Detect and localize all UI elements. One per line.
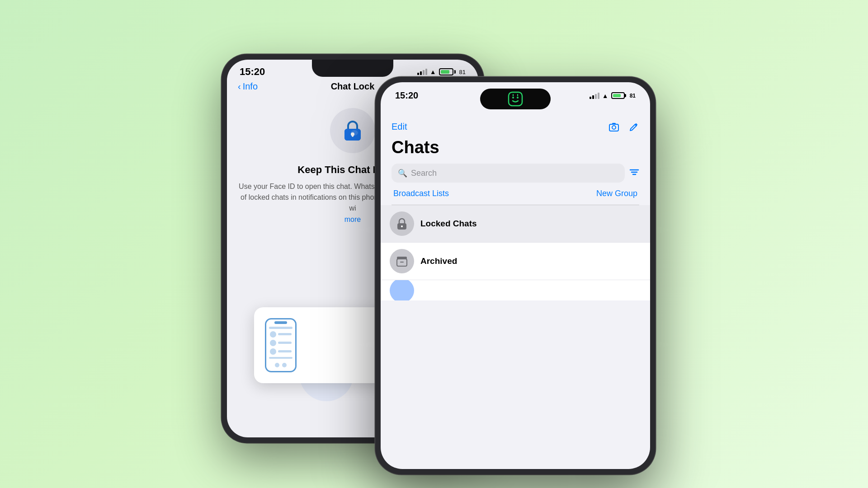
archived-avatar bbox=[390, 249, 414, 273]
phone-illus-bottom-dot-2 bbox=[282, 363, 287, 367]
compose-icon[interactable] bbox=[628, 122, 639, 135]
phone-front: 15:20 ▲ 81 bbox=[375, 77, 656, 474]
search-placeholder: Search bbox=[411, 169, 437, 178]
phone-illus-line-2 bbox=[269, 357, 292, 359]
signal-bars-back bbox=[417, 69, 427, 75]
chats-header: Edit bbox=[381, 101, 650, 205]
new-group-button[interactable]: New Group bbox=[596, 189, 637, 198]
phone-illus-bottom-dot-1 bbox=[275, 363, 279, 367]
svg-point-6 bbox=[512, 97, 514, 99]
header-icons bbox=[609, 104, 639, 135]
battery-text-back: 81 bbox=[459, 69, 466, 75]
notch-back bbox=[312, 60, 393, 77]
phone-illus-dotline-1 bbox=[278, 333, 292, 335]
chats-title: Chats bbox=[392, 138, 639, 157]
phones-container: 15:20 ▲ 81 bbox=[185, 41, 683, 447]
phone-illus-dotline-2 bbox=[278, 342, 292, 344]
locked-chats-row[interactable]: Locked Chats bbox=[381, 205, 650, 243]
archived-name: Archived bbox=[420, 256, 641, 266]
battery-label-front: 81 bbox=[630, 93, 636, 99]
status-icons-front: ▲ 81 bbox=[590, 92, 636, 99]
more-link[interactable]: more bbox=[334, 216, 372, 224]
svg-point-9 bbox=[612, 126, 616, 129]
compose-svg bbox=[628, 122, 639, 132]
phone-illustration bbox=[265, 318, 297, 372]
phone-illus-line-1 bbox=[269, 327, 292, 329]
archived-info: Archived bbox=[420, 256, 641, 266]
search-icon: 🔍 bbox=[398, 169, 407, 178]
edit-button[interactable]: Edit bbox=[392, 104, 407, 132]
lock-circle bbox=[330, 108, 375, 153]
filter-icon[interactable] bbox=[629, 167, 639, 179]
locked-chats-info: Locked Chats bbox=[420, 219, 641, 229]
locked-chats-name: Locked Chats bbox=[420, 219, 641, 229]
battery-fill-back bbox=[441, 70, 449, 74]
back-button[interactable]: ‹ Info bbox=[238, 81, 258, 92]
chat-list: Locked Chats Archived bbox=[381, 205, 650, 300]
broadcast-lists-button[interactable]: Broadcast Lists bbox=[393, 189, 449, 198]
svg-rect-5 bbox=[509, 92, 522, 106]
time-front: 15:20 bbox=[395, 90, 418, 101]
locked-chats-avatar bbox=[390, 211, 414, 236]
nav-title-back: Chat Lock bbox=[331, 81, 375, 92]
face-id-icon bbox=[507, 91, 524, 107]
phone-illus-dot-3 bbox=[270, 348, 276, 355]
search-bar-container: 🔍 Search bbox=[392, 164, 639, 183]
svg-point-14 bbox=[401, 225, 403, 227]
signal-bars-front bbox=[590, 93, 599, 99]
battery-body-front bbox=[611, 92, 625, 99]
battery-fill-front bbox=[613, 94, 621, 97]
battery-tip-back bbox=[454, 70, 456, 74]
chevron-left-icon: ‹ bbox=[238, 81, 241, 92]
partial-chat-row bbox=[381, 280, 650, 300]
partial-chat-avatar bbox=[390, 280, 414, 300]
battery-tip-front bbox=[625, 94, 626, 97]
wifi-icon-front: ▲ bbox=[602, 92, 609, 99]
phone-illus-dot-1 bbox=[270, 331, 276, 338]
broadcast-row: Broadcast Lists New Group bbox=[392, 183, 639, 205]
svg-point-7 bbox=[517, 97, 519, 99]
phone-illus-row-2 bbox=[269, 340, 292, 346]
phone-illus-dot-2 bbox=[270, 340, 276, 346]
battery-back bbox=[439, 68, 456, 75]
dynamic-island bbox=[480, 89, 551, 109]
back-label: Info bbox=[243, 81, 258, 92]
wifi-icon-back: ▲ bbox=[430, 68, 436, 75]
status-icons-back: ▲ 81 bbox=[417, 68, 466, 75]
battery-front bbox=[611, 92, 626, 99]
chat-lock-icon bbox=[340, 118, 365, 143]
camera-icon[interactable] bbox=[609, 122, 619, 135]
phone-illus-row-3 bbox=[269, 348, 292, 355]
archived-row[interactable]: Archived bbox=[381, 243, 650, 280]
phone-illus-row-1 bbox=[269, 331, 292, 338]
phone-illus-notch bbox=[274, 321, 287, 324]
battery-body-back bbox=[439, 68, 453, 75]
filter-svg bbox=[629, 167, 639, 177]
camera-svg bbox=[609, 122, 619, 132]
phone-front-screen: 15:20 ▲ 81 bbox=[381, 82, 650, 469]
svg-point-4 bbox=[351, 130, 358, 136]
archive-icon-small bbox=[396, 255, 408, 267]
search-bar[interactable]: 🔍 Search bbox=[392, 164, 625, 183]
phone-illus-bottom-dots bbox=[275, 363, 287, 367]
time-back: 15:20 bbox=[240, 66, 265, 78]
lock-icon-small bbox=[396, 217, 408, 230]
svg-rect-16 bbox=[397, 257, 407, 259]
phone-illus-dotline-3 bbox=[278, 350, 292, 352]
